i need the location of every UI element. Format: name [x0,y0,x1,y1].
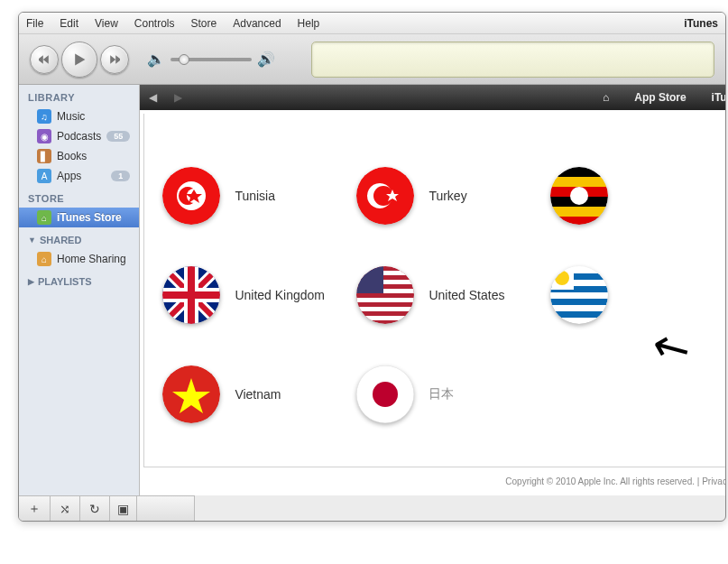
country-uganda[interactable] [550,146,726,245]
flag-vietnam-icon [162,365,220,423]
menu-file[interactable]: File [26,17,43,30]
badge: 55 [106,131,130,142]
sidebar-item-home-sharing[interactable]: ⌂ Home Sharing [19,249,139,269]
sidebar-item-podcasts[interactable]: ◉ Podcasts 55 [19,126,139,146]
lcd-display [311,42,714,78]
svg-rect-7 [550,177,608,187]
toggle-artwork-button[interactable]: ▣ [110,496,137,521]
volume-low-icon: 🔈 [147,51,165,68]
triangle-down-icon: ▼ [28,236,36,245]
sidebar-item-label: Home Sharing [57,253,126,265]
svg-rect-20 [356,298,414,302]
country-vietnam[interactable]: Vietnam [162,345,356,444]
svg-rect-11 [550,217,608,225]
sidebar-item-label: Podcasts [57,130,101,143]
store-nav-app-store[interactable]: App Store [622,85,698,110]
home-sharing-icon: ⌂ [37,252,51,266]
sidebar-item-apps[interactable]: A Apps 1 [19,166,139,186]
sidebar-section-library: LIBRARY [19,85,139,106]
playback-controls [30,42,129,78]
books-icon: ▋ [37,149,51,163]
volume-high-icon: 🔊 [257,51,275,68]
country-label: Vietnam [235,387,281,402]
country-tunisia[interactable]: Tunisia [162,146,356,245]
svg-point-12 [570,187,588,205]
country-label: 日本 [429,386,454,402]
volume-thumb[interactable] [179,54,189,65]
store-nav-itunes[interactable]: iTunes [699,85,726,110]
menu-store[interactable]: Store [191,17,217,30]
store-forward-button[interactable]: ▶ [165,91,190,104]
svg-rect-10 [550,207,608,217]
svg-point-34 [373,382,398,407]
flag-turkey-icon [356,167,414,225]
sidebar-item-label: iTunes Store [57,211,122,224]
sidebar-bottom-bar: ＋ ⤭ ↻ ▣ [19,495,195,521]
toolbar: 🔈 🔊 [19,34,725,85]
sidebar-section-shared[interactable]: ▼ SHARED [19,227,139,249]
previous-button[interactable] [30,45,59,74]
next-button[interactable] [100,45,129,74]
store-home-button[interactable]: ⌂ [590,85,622,110]
sidebar-item-music[interactable]: ♫ Music [19,106,139,126]
music-icon: ♫ [37,109,51,124]
sidebar-item-label: Apps [57,170,81,182]
menu-edit[interactable]: Edit [60,17,78,30]
main-area: LIBRARY ♫ Music ◉ Podcasts 55 ▋ Books A … [19,85,725,495]
svg-rect-28 [550,299,608,305]
volume-slider[interactable] [170,58,252,61]
svg-rect-6 [550,167,608,177]
triangle-right-icon: ▶ [28,277,34,286]
content-area: ◀ ▶ ⌂ App Store iTunes Tunisia [140,85,726,495]
country-grid: Tunisia Turkey [162,146,726,444]
badge: 1 [111,171,130,181]
country-uruguay[interactable] [550,245,726,345]
store-icon: ⌂ [37,210,51,225]
play-button[interactable] [61,42,97,78]
country-empty [550,345,726,444]
sidebar-section-store: STORE [19,186,139,208]
apps-icon: A [37,169,51,183]
svg-rect-21 [356,307,414,311]
svg-rect-23 [356,266,383,293]
store-body: Tunisia Turkey [143,114,726,467]
flag-japan-icon [356,365,414,423]
footer-copyright: Copyright © 2010 Apple Inc. All rights r… [140,467,726,495]
svg-rect-29 [550,311,608,318]
menu-help[interactable]: Help [298,17,320,30]
flag-us-icon [356,266,414,324]
menubar: File Edit View Controls Store Advanced H… [19,13,725,34]
sidebar-item-books[interactable]: ▋ Books [19,146,139,166]
shuffle-button[interactable]: ⤭ [51,496,80,521]
menu-advanced[interactable]: Advanced [233,17,281,30]
menu-controls[interactable]: Controls [134,17,175,30]
store-nav-bar: ◀ ▶ ⌂ App Store iTunes [140,85,726,110]
itunes-window: File Edit View Controls Store Advanced H… [18,12,726,522]
flag-uganda-icon [550,167,608,225]
menu-view[interactable]: View [95,17,118,30]
country-label: United States [429,288,504,302]
store-back-button[interactable]: ◀ [140,91,165,104]
country-turkey[interactable]: Turkey [356,146,550,245]
country-united-kingdom[interactable]: United Kingdom [162,245,356,345]
flag-uruguay-icon [550,266,608,324]
svg-point-31 [555,271,569,285]
repeat-button[interactable]: ↻ [80,496,110,521]
flag-tunisia-icon [162,167,220,225]
sidebar-item-label: Music [57,110,85,123]
sidebar-item-itunes-store[interactable]: ⌂ iTunes Store [19,208,139,227]
window-title: iTunes [684,17,718,30]
country-label: United Kingdom [235,288,325,302]
sidebar-section-playlists[interactable]: ▶ PLAYLISTS [19,269,139,291]
sidebar-item-label: Books [57,150,87,162]
country-united-states[interactable]: United States [356,245,550,345]
country-label: Tunisia [235,189,275,203]
country-label: Turkey [429,189,466,203]
podcast-icon: ◉ [37,129,51,143]
sidebar: LIBRARY ♫ Music ◉ Podcasts 55 ▋ Books A … [19,85,140,495]
country-japan[interactable]: 日本 [356,345,550,444]
add-playlist-button[interactable]: ＋ [19,496,51,521]
home-icon: ⌂ [603,91,609,104]
volume-control: 🔈 🔊 [147,51,275,68]
svg-rect-22 [356,316,414,320]
